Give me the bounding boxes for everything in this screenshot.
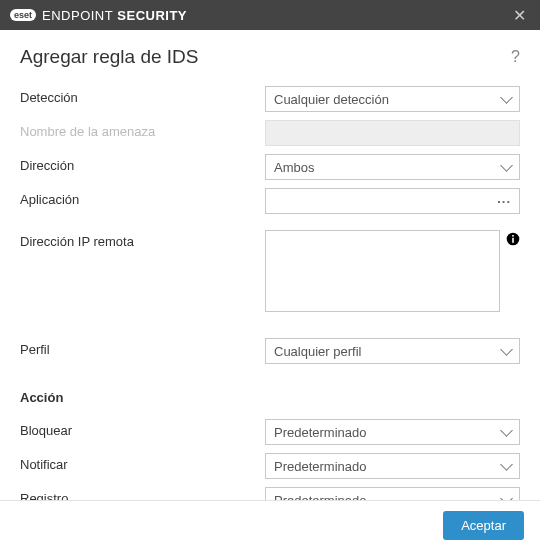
svg-rect-2: [512, 235, 514, 237]
help-icon[interactable]: ?: [511, 48, 520, 66]
label-direccion: Dirección: [20, 154, 265, 173]
select-bloquear[interactable]: Predeterminado: [265, 419, 520, 445]
select-bloquear-value: Predeterminado: [274, 425, 367, 440]
label-bloquear: Bloquear: [20, 419, 265, 438]
brand-text: ENDPOINT: [42, 8, 113, 23]
input-nombre-amenaza: [265, 120, 520, 146]
browse-aplicacion-button[interactable]: ...: [497, 191, 511, 206]
select-direccion-value: Ambos: [274, 160, 314, 175]
select-notificar-value: Predeterminado: [274, 459, 367, 474]
brand-strong: SECURITY: [117, 8, 187, 23]
svg-rect-1: [512, 238, 514, 243]
label-deteccion: Detección: [20, 86, 265, 105]
textarea-direccion-ip[interactable]: [265, 230, 500, 312]
select-deteccion[interactable]: Cualquier detección: [265, 86, 520, 112]
select-perfil[interactable]: Cualquier perfil: [265, 338, 520, 364]
footer: Aceptar: [0, 500, 540, 550]
select-perfil-value: Cualquier perfil: [274, 344, 361, 359]
select-notificar[interactable]: Predeterminado: [265, 453, 520, 479]
brand-badge: eset: [10, 9, 36, 21]
close-icon[interactable]: ✕: [509, 6, 530, 25]
label-notificar: Notificar: [20, 453, 265, 472]
select-deteccion-value: Cualquier detección: [274, 92, 389, 107]
page-title: Agregar regla de IDS: [20, 46, 511, 68]
accept-button[interactable]: Aceptar: [443, 511, 524, 540]
select-direccion[interactable]: Ambos: [265, 154, 520, 180]
label-direccion-ip: Dirección IP remota: [20, 230, 265, 249]
titlebar: eset ENDPOINT SECURITY ✕: [0, 0, 540, 30]
label-perfil: Perfil: [20, 338, 265, 357]
input-aplicacion[interactable]: ...: [265, 188, 520, 214]
section-accion: Acción: [20, 390, 520, 405]
brand: eset ENDPOINT SECURITY: [10, 8, 187, 23]
info-icon[interactable]: [506, 230, 520, 249]
label-aplicacion: Aplicación: [20, 188, 265, 207]
label-nombre-amenaza: Nombre de la amenaza: [20, 120, 265, 139]
content: Agregar regla de IDS ? Detección Cualqui…: [0, 30, 540, 533]
